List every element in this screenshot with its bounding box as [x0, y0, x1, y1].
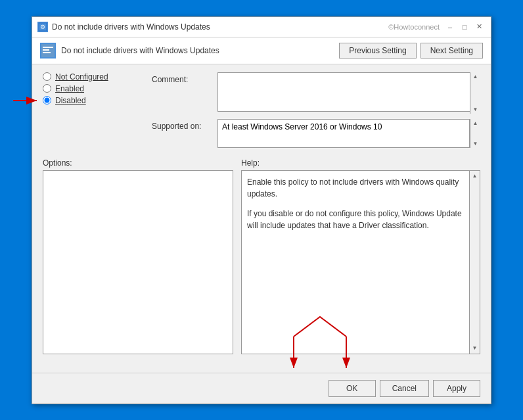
options-label: Options:: [43, 158, 233, 168]
help-box: Enable this policy to not include driver…: [241, 170, 480, 354]
supported-box: At least Windows Server 2016 or Windows …: [217, 119, 470, 148]
supported-row: Supported on: At least Windows Server 20…: [152, 119, 480, 148]
scroll-up-arrow: ▲: [473, 74, 478, 80]
supported-scrollbar[interactable]: ▲ ▼: [470, 119, 480, 148]
close-button[interactable]: ✕: [472, 21, 486, 33]
not-configured-radio[interactable]: [43, 72, 51, 81]
previous-setting-button[interactable]: Previous Setting: [339, 43, 416, 58]
supported-label: Supported on:: [152, 119, 217, 131]
svg-rect-4: [43, 49, 49, 51]
cancel-button[interactable]: Cancel: [380, 380, 429, 397]
enabled-label[interactable]: Enabled: [55, 84, 84, 93]
header-icon: [40, 43, 56, 58]
supported-scroll-up: ▲: [473, 120, 478, 126]
help-text-1: Enable this policy to not include driver…: [247, 176, 466, 200]
dialog-footer: OK Cancel Apply: [32, 373, 491, 404]
disabled-label[interactable]: Disabled: [55, 96, 86, 105]
enabled-radio[interactable]: [43, 84, 51, 93]
help-label: Help:: [241, 158, 480, 168]
header-title: Do not include drivers with Windows Upda…: [61, 46, 219, 55]
not-configured-label[interactable]: Not Configured: [55, 72, 108, 82]
title-text: Do not include drivers with Windows Upda…: [52, 22, 210, 32]
enabled-row: Enabled: [43, 84, 141, 93]
comment-label: Comment:: [152, 72, 217, 84]
help-scrollbar[interactable]: ▲ ▼: [469, 171, 480, 354]
main-dialog: ⚙ Do not include drivers with Windows Up…: [32, 16, 491, 404]
help-text-2: If you disable or do not configure this …: [247, 208, 466, 231]
title-bar: ⚙ Do not include drivers with Windows Up…: [32, 17, 491, 37]
not-configured-row: Not Configured: [43, 72, 141, 82]
help-scroll-up: ▲: [472, 172, 478, 180]
dialog-icon: ⚙: [37, 22, 48, 32]
right-panel: Comment: ▲ ▼ Supported on: At least Wind…: [152, 72, 480, 153]
apply-button[interactable]: Apply: [433, 380, 480, 397]
footer-arrows: [254, 337, 386, 376]
bottom-section: Options: Help: Enable this policy to not…: [43, 158, 480, 354]
help-scroll-down: ▼: [472, 344, 478, 352]
dialog-header: Do not include drivers with Windows Upda…: [32, 37, 491, 64]
disabled-radio[interactable]: [43, 96, 51, 105]
comment-textarea[interactable]: [217, 72, 480, 112]
comment-row: Comment: ▲ ▼: [152, 72, 480, 114]
next-setting-button[interactable]: Next Setting: [421, 43, 483, 58]
maximize-button[interactable]: □: [458, 21, 471, 33]
watermark: ©Howtoconnect: [388, 23, 440, 31]
ok-button[interactable]: OK: [329, 380, 376, 397]
svg-rect-5: [43, 52, 51, 53]
supported-text: At least Windows Server 2016 or Windows …: [222, 122, 382, 131]
options-panel: Options:: [43, 158, 233, 354]
disabled-row: Disabled: [43, 96, 141, 105]
help-panel: Help: Enable this policy to not include …: [241, 158, 480, 354]
disabled-arrow: [13, 94, 43, 107]
comment-scrollbar[interactable]: ▲ ▼: [470, 72, 480, 114]
svg-text:⚙: ⚙: [40, 24, 45, 30]
scroll-down-arrow: ▼: [473, 106, 478, 112]
minimize-button[interactable]: –: [443, 21, 457, 33]
supported-scroll-down: ▼: [473, 141, 478, 147]
svg-rect-3: [43, 47, 53, 48]
radio-group: Not Configured Enabled: [43, 72, 141, 153]
options-box: [43, 170, 233, 354]
dialog-body: Not Configured Enabled: [32, 64, 491, 373]
